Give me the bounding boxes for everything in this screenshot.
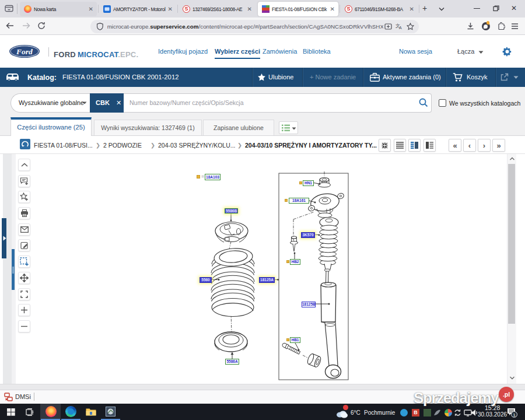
svg-text:Ford: Ford [16,47,33,56]
svg-text:A: A [399,26,402,30]
